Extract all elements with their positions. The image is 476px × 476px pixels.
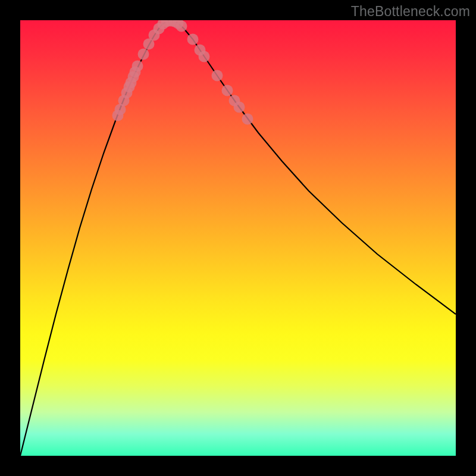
data-markers <box>112 20 253 125</box>
data-marker <box>138 49 149 60</box>
data-marker <box>199 51 210 62</box>
data-marker <box>242 114 253 125</box>
watermark-text: TheBottleneck.com <box>351 4 470 20</box>
data-marker <box>212 70 223 82</box>
data-marker <box>176 21 187 32</box>
data-marker <box>132 61 143 72</box>
bottleneck-curve <box>20 21 456 456</box>
data-marker <box>222 85 233 96</box>
data-marker <box>187 34 199 45</box>
chart-plot-area <box>20 20 456 456</box>
data-marker <box>234 102 245 113</box>
chart-frame: TheBottleneck.com <box>0 0 476 476</box>
chart-svg <box>20 20 456 456</box>
